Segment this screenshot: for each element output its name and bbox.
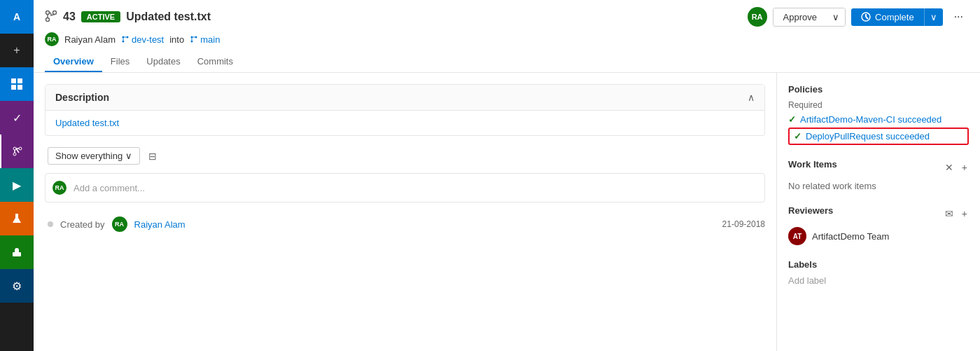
activity-filter: Show everything ∨ ⊟: [45, 147, 765, 165]
work-items-close-button[interactable]: ✕: [944, 160, 955, 174]
policies-section: Policies Required ✓ ArtifactDemo-Maven-C…: [788, 84, 969, 145]
reviewers-actions: ✉ +: [944, 207, 969, 221]
svg-point-24: [195, 36, 197, 39]
svg-point-18: [122, 36, 124, 39]
work-items-actions: ✕ +: [944, 160, 969, 174]
work-items-title: Work Items: [788, 159, 837, 170]
complete-dropdown-button[interactable]: ∨: [924, 8, 943, 26]
svg-line-9: [16, 149, 19, 153]
svg-point-13: [46, 18, 50, 21]
timeline-dot: [48, 221, 53, 227]
svg-rect-3: [18, 85, 22, 90]
reviewers-title: Reviewers: [788, 205, 833, 216]
no-work-items-text: No related work items: [788, 181, 876, 191]
complete-button-group[interactable]: Complete ∨: [851, 8, 943, 26]
svg-point-23: [191, 36, 193, 39]
svg-rect-1: [18, 78, 22, 83]
tab-updates[interactable]: Updates: [138, 52, 188, 72]
filter-label: Show everything: [55, 151, 122, 161]
more-options-button[interactable]: ···: [948, 8, 969, 26]
work-icon[interactable]: ✓: [0, 101, 34, 135]
tab-overview[interactable]: Overview: [45, 52, 102, 72]
labels-section: Labels Add label: [788, 259, 969, 286]
check-icon-2: ✓: [794, 131, 802, 142]
reviewers-email-button[interactable]: ✉: [944, 207, 955, 221]
target-branch-link[interactable]: main: [190, 34, 220, 45]
reviewers-add-button[interactable]: +: [960, 207, 969, 221]
description-body: Updated test.txt: [46, 111, 764, 135]
reviewer-avatar: AT: [788, 227, 806, 245]
svg-point-11: [46, 11, 50, 14]
plus-icon[interactable]: +: [0, 34, 34, 67]
svg-point-5: [19, 147, 22, 150]
comment-placeholder[interactable]: Add a comment...: [74, 183, 145, 193]
check-icon-1: ✓: [788, 114, 796, 125]
policies-title: Policies: [788, 84, 969, 95]
tab-files[interactable]: Files: [102, 52, 138, 72]
timeline-author-link[interactable]: Raiyan Alam: [134, 219, 186, 230]
work-items-add-button[interactable]: +: [960, 160, 969, 174]
filter-icon-button[interactable]: ⊟: [146, 148, 160, 165]
filter-arrow-icon: ∨: [125, 151, 132, 161]
svg-point-25: [191, 41, 193, 43]
description-title: Description: [55, 92, 109, 103]
approve-dropdown-button[interactable]: ∨: [827, 8, 845, 26]
reviewer-name: ArtifactDemo Team: [812, 231, 889, 242]
collapse-button[interactable]: ∧: [748, 92, 755, 103]
timeline-author-avatar: RA: [112, 216, 127, 232]
current-user-avatar: RA: [748, 7, 767, 27]
header-right: RA Approve ∨ Complete ∨ ···: [748, 7, 969, 27]
source-branch-link[interactable]: dev-test: [121, 34, 164, 45]
labels-title: Labels: [788, 259, 969, 270]
created-by-text: Created by: [60, 219, 105, 230]
comment-area[interactable]: RA Add a comment...: [45, 173, 765, 202]
svg-point-6: [13, 153, 16, 156]
content-body: Description ∧ Updated test.txt Show ever…: [34, 73, 980, 351]
svg-point-19: [126, 36, 128, 39]
description-card: Description ∧ Updated test.txt: [45, 84, 765, 136]
approve-button[interactable]: Approve: [774, 8, 827, 26]
complete-button[interactable]: Complete: [851, 8, 924, 26]
settings-icon[interactable]: ⚙: [0, 269, 34, 303]
author-avatar: RA: [45, 32, 59, 46]
svg-rect-10: [13, 252, 21, 256]
svg-line-17: [866, 17, 868, 19]
header-left: 43 ACTIVE Updated test.txt: [45, 10, 211, 25]
header: 43 ACTIVE Updated test.txt RA Approve ∨ …: [34, 0, 980, 73]
main-content: Description ∧ Updated test.txt Show ever…: [34, 73, 777, 351]
test-icon[interactable]: [0, 202, 34, 235]
pr-title: Updated test.txt: [126, 11, 211, 23]
sub-header: RA Raiyan Alam dev-test into main: [45, 32, 969, 52]
description-header: Description ∧: [46, 85, 764, 111]
policy-item-1: ✓ ArtifactDemo-Maven-CI succeeded: [788, 114, 969, 125]
work-items-header: Work Items ✕ +: [788, 159, 969, 175]
svg-rect-2: [11, 85, 16, 90]
tabs: Overview Files Updates Commits: [45, 52, 969, 72]
into-text: into: [169, 34, 184, 45]
policy-link-2[interactable]: DeployPullRequest succeeded: [806, 131, 930, 142]
pr-icon: [45, 10, 57, 25]
header-top: 43 ACTIVE Updated test.txt RA Approve ∨ …: [45, 7, 969, 27]
required-label: Required: [788, 100, 969, 110]
timeline-date: 21-09-2018: [722, 219, 765, 229]
tab-commits[interactable]: Commits: [189, 52, 241, 72]
timeline-item: Created by RA Raiyan Alam 21-09-2018: [45, 211, 765, 238]
git-icon[interactable]: [0, 135, 34, 168]
svg-point-12: [53, 11, 57, 14]
artifact-icon[interactable]: [0, 235, 34, 269]
main-area: 43 ACTIVE Updated test.txt RA Approve ∨ …: [34, 0, 980, 351]
description-text: Updated test.txt: [55, 118, 119, 128]
filter-dropdown[interactable]: Show everything ∨: [48, 147, 140, 165]
sidebar: A + ✓ ▶ ⚙: [0, 0, 34, 351]
policy-item-2-highlighted: ✓ DeployPullRequest succeeded: [788, 128, 969, 145]
approve-button-group[interactable]: Approve ∨: [773, 8, 846, 27]
reviewer-item: AT ArtifactDemo Team: [788, 227, 969, 245]
author-name: Raiyan Alam: [64, 34, 115, 45]
add-label-text[interactable]: Add label: [788, 275, 826, 286]
right-panel: Policies Required ✓ ArtifactDemo-Maven-C…: [777, 73, 980, 351]
reviewers-header: Reviewers ✉ +: [788, 205, 969, 221]
user-avatar[interactable]: A: [0, 0, 34, 34]
policy-link-1[interactable]: ArtifactDemo-Maven-CI succeeded: [800, 114, 941, 125]
pipeline-icon[interactable]: ▶: [0, 168, 34, 202]
dashboard-icon[interactable]: [0, 67, 34, 101]
